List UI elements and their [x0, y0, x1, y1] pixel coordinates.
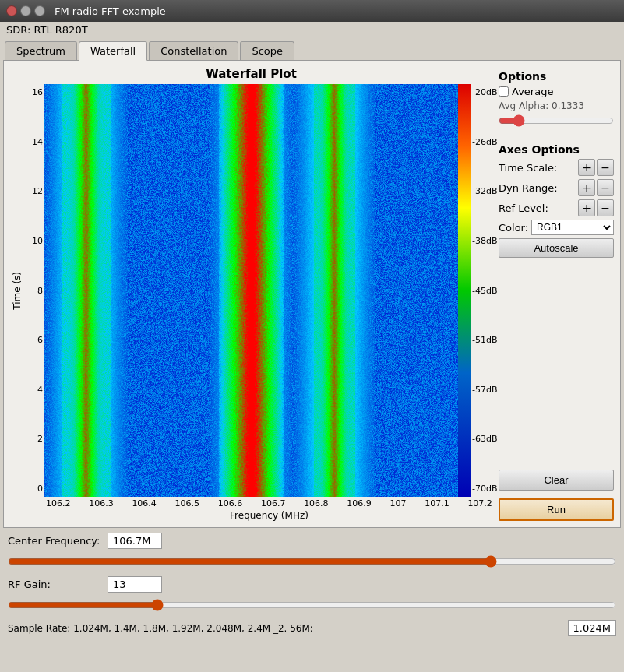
time-scale-controls: + − [578, 159, 614, 176]
plot-wrapper: Time (s) 16 14 12 10 8 6 4 2 0 [10, 84, 492, 497]
x-axis-title: Frequency (MHz) [46, 510, 492, 521]
dyn-range-plus-button[interactable]: + [578, 179, 595, 196]
sample-rate-label: Sample Rate: 1.024M, 1.4M, 1.8M, 1.92M, … [8, 623, 565, 634]
avg-alpha-slider[interactable] [499, 114, 614, 127]
rf-gain-label: RF Gain: [8, 579, 101, 590]
y-axis-label: Time (s) [10, 84, 24, 497]
ref-level-label: Ref Level: [499, 202, 575, 214]
clear-button[interactable]: Clear [499, 470, 614, 491]
time-scale-label: Time Scale: [499, 162, 575, 174]
right-panel: Options Average Avg Alpha: 0.1333 Axes O… [499, 67, 614, 521]
sdr-label: SDR: RTL R820T [0, 22, 624, 38]
tab-constellation[interactable]: Constellation [149, 41, 238, 60]
time-scale-row: Time Scale: + − [499, 159, 614, 176]
center-freq-slider[interactable] [8, 555, 616, 568]
rf-gain-slider[interactable] [8, 599, 616, 611]
tab-scope[interactable]: Scope [240, 41, 294, 60]
x-tick-labels: 106.2 106.3 106.4 106.5 106.6 106.7 106.… [46, 497, 492, 508]
dyn-range-row: Dyn Range: + − [499, 179, 614, 196]
average-checkbox[interactable] [499, 86, 509, 97]
rf-gain-row: RF Gain: 13 [8, 576, 616, 593]
color-select[interactable]: RGB1 [531, 220, 614, 235]
center-freq-value: 106.7M [108, 533, 162, 549]
sample-rate-value: 1.024M [568, 620, 616, 636]
ref-level-minus-button[interactable]: − [597, 199, 614, 216]
tab-waterfall[interactable]: Waterfall [79, 41, 147, 61]
time-scale-minus-button[interactable]: − [597, 159, 614, 176]
plot-inner: 16 14 12 10 8 6 4 2 0 [26, 84, 492, 497]
center-freq-row: Center Frequency: 106.7M [8, 533, 616, 549]
titlebar: FM radio FFT example [0, 0, 624, 22]
plot-area: Waterfall Plot Time (s) 16 14 12 10 8 6 … [10, 67, 492, 521]
window-title: FM radio FFT example [55, 5, 166, 17]
autoscale-button[interactable]: Autoscale [499, 238, 614, 258]
dyn-range-label: Dyn Range: [499, 182, 575, 194]
average-label: Average [512, 86, 553, 97]
rf-gain-slider-container [8, 597, 616, 615]
colorbar-container: -20dB -26dB -32dB -38dB -45dB -51dB -57d… [458, 84, 492, 497]
waterfall-canvas[interactable] [44, 84, 458, 497]
dyn-range-controls: + − [578, 179, 614, 196]
y-tick-labels: 16 14 12 10 8 6 4 2 0 [26, 84, 44, 497]
ref-level-controls: + − [578, 199, 614, 216]
titlebar-buttons [6, 5, 45, 16]
avg-alpha-slider-row [499, 114, 614, 129]
axes-options-title: Axes Options [499, 143, 614, 156]
options-title: Options [499, 70, 614, 83]
waterfall-container[interactable] [44, 84, 458, 497]
main-content: Waterfall Plot Time (s) 16 14 12 10 8 6 … [3, 60, 621, 528]
rf-gain-value: 13 [108, 576, 162, 593]
plot-title: Waterfall Plot [10, 67, 492, 81]
close-icon[interactable] [6, 5, 17, 16]
center-freq-label: Center Frequency: [8, 535, 101, 547]
color-row: Color: RGB1 [499, 220, 614, 235]
ref-level-row: Ref Level: + − [499, 199, 614, 216]
color-label: Color: [499, 222, 528, 234]
run-button[interactable]: Run [499, 498, 614, 521]
dyn-range-minus-button[interactable]: − [597, 179, 614, 196]
center-freq-slider-container [8, 554, 616, 572]
bottom-controls: Center Frequency: 106.7M RF Gain: 13 Sam… [0, 528, 624, 641]
ref-level-plus-button[interactable]: + [578, 199, 595, 216]
maximize-icon[interactable] [34, 5, 45, 16]
axes-section: Axes Options Time Scale: + − Dyn Range: … [499, 143, 614, 261]
avg-alpha-row: Avg Alpha: 0.1333 [499, 100, 614, 111]
colorbar-canvas [458, 84, 471, 497]
options-section: Options Average Avg Alpha: 0.1333 [499, 70, 614, 135]
sample-rate-row: Sample Rate: 1.024M, 1.4M, 1.8M, 1.92M, … [8, 620, 616, 636]
tab-spectrum[interactable]: Spectrum [5, 41, 77, 60]
minimize-icon[interactable] [20, 5, 31, 16]
tabs-bar: Spectrum Waterfall Constellation Scope [0, 38, 624, 60]
time-scale-plus-button[interactable]: + [578, 159, 595, 176]
colorbar-labels: -20dB -26dB -32dB -38dB -45dB -51dB -57d… [471, 84, 499, 497]
average-row: Average [499, 86, 614, 97]
